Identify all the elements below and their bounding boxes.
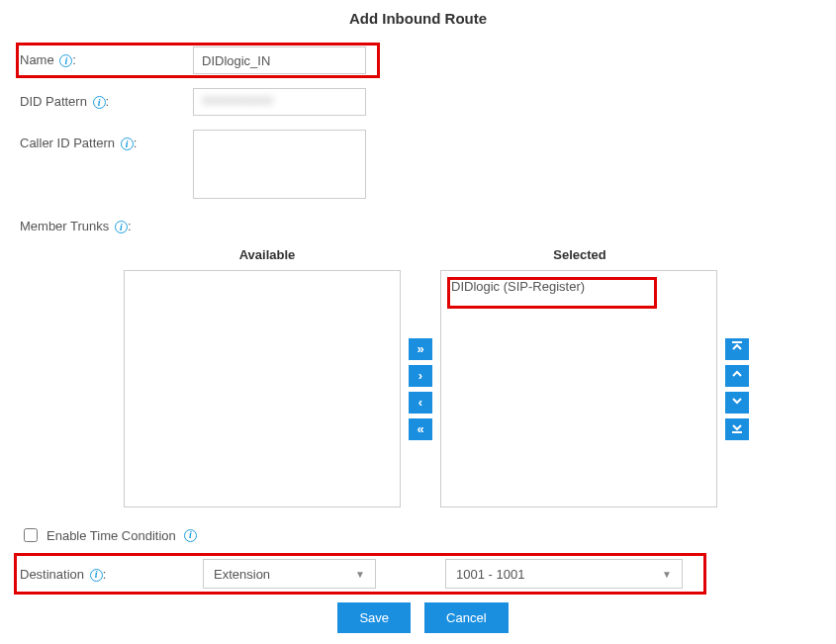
- name-input[interactable]: [193, 46, 366, 74]
- name-label: Name :: [10, 46, 193, 67]
- move-bottom-button[interactable]: [725, 418, 749, 440]
- double-chevron-right-icon: »: [417, 341, 423, 356]
- move-down-button[interactable]: [725, 392, 749, 414]
- double-chevron-left-icon: «: [417, 421, 423, 436]
- info-icon[interactable]: [90, 569, 103, 582]
- select-value: 1001 - 1001: [456, 567, 524, 582]
- select-value: Extension: [214, 567, 270, 582]
- bar-down-icon: [731, 421, 743, 436]
- available-listbox[interactable]: [124, 270, 401, 507]
- selected-header: Selected: [441, 247, 718, 262]
- move-left-button[interactable]: ‹: [409, 392, 432, 414]
- page-title: Add Inbound Route: [10, 10, 826, 27]
- move-all-left-button[interactable]: «: [409, 418, 432, 440]
- move-right-button[interactable]: ›: [409, 365, 432, 387]
- chevron-left-icon: ‹: [418, 395, 422, 410]
- enable-time-label: Enable Time Condition: [46, 528, 176, 543]
- available-header: Available: [129, 247, 406, 262]
- chevron-down-icon: ▼: [662, 569, 672, 580]
- list-item[interactable]: DIDlogic (SIP-Register): [441, 271, 716, 302]
- selected-listbox[interactable]: DIDlogic (SIP-Register): [440, 270, 717, 507]
- info-icon[interactable]: [121, 138, 134, 150]
- enable-time-checkbox[interactable]: [24, 528, 38, 542]
- info-icon[interactable]: [93, 96, 106, 109]
- chevron-down-icon: [731, 395, 743, 410]
- member-trunks-label: Member Trunks :: [10, 213, 132, 233]
- cancel-button[interactable]: Cancel: [424, 602, 508, 633]
- chevron-up-icon: [731, 368, 743, 383]
- caller-id-label: Caller ID Pattern :: [10, 130, 193, 150]
- destination-type-select[interactable]: Extension ▼: [203, 559, 376, 589]
- destination-label: Destination :: [20, 567, 203, 582]
- destination-target-select[interactable]: 1001 - 1001 ▼: [445, 559, 683, 589]
- info-icon[interactable]: [59, 54, 72, 67]
- info-icon[interactable]: [184, 529, 197, 542]
- move-up-button[interactable]: [725, 365, 749, 387]
- chevron-right-icon: ›: [418, 368, 422, 383]
- did-pattern-input[interactable]: 0000000000: [193, 88, 366, 116]
- bar-up-icon: [731, 341, 743, 356]
- move-all-right-button[interactable]: »: [409, 338, 432, 360]
- info-icon[interactable]: [115, 221, 128, 233]
- chevron-down-icon: ▼: [355, 569, 365, 580]
- move-top-button[interactable]: [725, 338, 749, 360]
- caller-id-input[interactable]: [193, 130, 366, 199]
- did-pattern-label: DID Pattern :: [10, 88, 193, 109]
- save-button[interactable]: Save: [337, 602, 411, 633]
